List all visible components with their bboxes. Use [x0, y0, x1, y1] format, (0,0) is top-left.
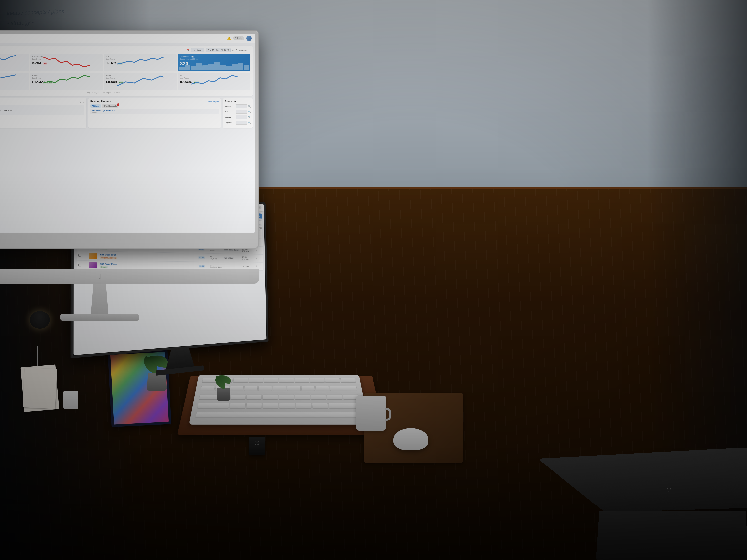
key-caps[interactable]: [197, 403, 229, 408]
key[interactable]: [258, 386, 272, 391]
key[interactable]: [279, 403, 295, 408]
notif-refresh-icon[interactable]: ↻: [82, 101, 84, 103]
key[interactable]: [310, 378, 325, 382]
key[interactable]: [273, 386, 286, 391]
key[interactable]: [229, 403, 246, 408]
laptop-base: [596, 511, 747, 560]
pending-records-box: Pending Records View Report Affiliates O…: [88, 98, 221, 128]
key[interactable]: [279, 394, 294, 399]
card-label-3: Live stream ●: [180, 55, 249, 58]
notif-date: Today, 21: [0, 112, 83, 114]
key[interactable]: [340, 378, 356, 382]
chart-date-labels: ← Aug 16 - 23, 2020 ··· vs Aug 09 - 16, …: [0, 92, 250, 94]
key[interactable]: [263, 403, 279, 408]
sparkline-1: [30, 54, 103, 70]
key-space[interactable]: [196, 412, 362, 418]
shortcut-affiliate-icon[interactable]: 🔍: [248, 116, 251, 118]
pending-tab-offer-requests[interactable]: Offer Requests 1: [102, 104, 118, 108]
notif-text: Offer Cap approaching for #9 Cross Endur…: [0, 109, 83, 111]
imac-chin: : [0, 269, 259, 284]
pending-affiliate-item[interactable]: Affiliate #14 Qt. Media Inc Today, 21: [91, 108, 219, 114]
samsung-mug-body: NewYork: [249, 437, 265, 455]
key[interactable]: [264, 378, 279, 382]
period-label[interactable]: Last Week: [191, 48, 204, 52]
card-gross-clicks: Gross Clicks Last 7 days 198.549 +19%: [0, 54, 29, 72]
dashboard-title: Dashboard: [0, 36, 224, 40]
vs-label: vs: [232, 49, 234, 51]
shortcut-offer-icon[interactable]: 🔍: [248, 110, 251, 113]
dashboard-app: ☰ Dashboard 🔔 ? Help ⊞ 📊 ◈: [0, 34, 255, 233]
pending-title: Pending Records: [91, 100, 111, 103]
sparkline-0: [0, 54, 29, 70]
imac-bezel: ☰ Dashboard 🔔 ? Help ⊞ 📊 ◈: [0, 34, 255, 233]
lamp-head: [30, 311, 50, 328]
ns-cards-row1: Gross Clicks Last 7 days 198.549 +19%: [0, 54, 250, 72]
key-backspace[interactable]: [330, 386, 357, 391]
small-plant: [216, 388, 230, 401]
key[interactable]: [310, 394, 326, 399]
shortcut-search-input[interactable]: [236, 104, 247, 108]
card-cr: CR Last 7 days 1.16% +8%: [104, 54, 177, 72]
key[interactable]: [327, 394, 343, 399]
view-report-link[interactable]: View Report: [208, 100, 219, 103]
key[interactable]: [230, 394, 246, 399]
shortcut-loginas-icon[interactable]: 🔍: [248, 122, 251, 124]
pending-affiliate-date: Today, 21: [92, 112, 217, 113]
pending-tabs: Affiliates Offer Requests 1: [91, 104, 219, 108]
date-range[interactable]: Sep 15 - Sep 21, 2020: [206, 48, 231, 52]
card-roi: ROI Last 7 days 87.54% +17%: [178, 73, 251, 90]
key[interactable]: [315, 386, 330, 391]
pending-offers-count: 1: [117, 103, 119, 106]
key[interactable]: [201, 386, 215, 391]
paper-2: [23, 368, 57, 409]
key[interactable]: [325, 378, 340, 382]
notifications-box: Notifications 1 ⚙ ↻: [0, 98, 86, 128]
user-avatar[interactable]: [246, 35, 252, 41]
notif-header: Notifications 1 ⚙ ↻: [0, 100, 84, 104]
help-btn[interactable]: ? Help: [233, 36, 244, 40]
shortcut-loginas-input[interactable]: [236, 121, 247, 125]
shortcut-offer-input[interactable]: [236, 110, 247, 114]
sparkline-2: [104, 54, 177, 70]
key[interactable]: [249, 378, 263, 382]
ns-cards-row2: Revenue Last 7 days $11.700 +15%: [0, 73, 250, 90]
samsung-mug-text: NewYork: [255, 441, 259, 446]
notif-settings-icon[interactable]: ⚙: [79, 101, 81, 103]
key[interactable]: [279, 378, 294, 382]
key[interactable]: [246, 403, 262, 408]
sparkline-r2-3: [178, 73, 251, 89]
key[interactable]: [296, 403, 312, 408]
card-profit: Profit Last 7 days $8.549 +8%: [104, 73, 177, 90]
apple-logo-icon: : [98, 272, 101, 280]
key[interactable]: [312, 403, 329, 408]
shortcut-offer-label: Offer: [225, 111, 235, 113]
key[interactable]: [262, 394, 278, 399]
samsung-mug-container: NewYork: [249, 437, 265, 455]
previous-period-label[interactable]: Previous period: [236, 49, 250, 51]
key[interactable]: [287, 386, 301, 391]
key[interactable]: [244, 386, 258, 391]
key[interactable]: [301, 386, 315, 391]
pen-cup: [62, 391, 80, 413]
key[interactable]: [246, 394, 262, 399]
shortcut-search-icon[interactable]: 🔍: [248, 105, 251, 108]
keyboard-row-5: [195, 412, 363, 421]
ns-controls: 📅 Last Week Sep 15 - Sep 21, 2020 vs Pre…: [187, 48, 250, 52]
key[interactable]: [233, 378, 248, 382]
notification-item[interactable]: Hotmail tmppir Offer Cap approaching for…: [0, 105, 84, 115]
shortcut-loginas: Login as 🔍: [225, 121, 251, 125]
sparkline-r2-0: [0, 73, 29, 89]
shortcut-affiliate: Affiliate 🔍: [225, 115, 251, 119]
card-revenue: Revenue Last 7 days $11.700 +15%: [0, 73, 29, 90]
shortcut-affiliate-input[interactable]: [236, 115, 247, 119]
notification-bell-icon[interactable]: 🔔: [227, 36, 231, 40]
dash-header: ☰ Dashboard 🔔 ? Help: [0, 34, 255, 43]
imac-stand-base: [60, 314, 139, 321]
pending-tab-affiliates[interactable]: Affiliates: [91, 104, 101, 108]
pot: [147, 373, 167, 391]
plant-pot: [147, 373, 167, 391]
laptop-corner: : [598, 435, 747, 560]
pending-header: Pending Records View Report: [91, 100, 219, 103]
key[interactable]: [294, 378, 310, 382]
key[interactable]: [294, 394, 310, 399]
